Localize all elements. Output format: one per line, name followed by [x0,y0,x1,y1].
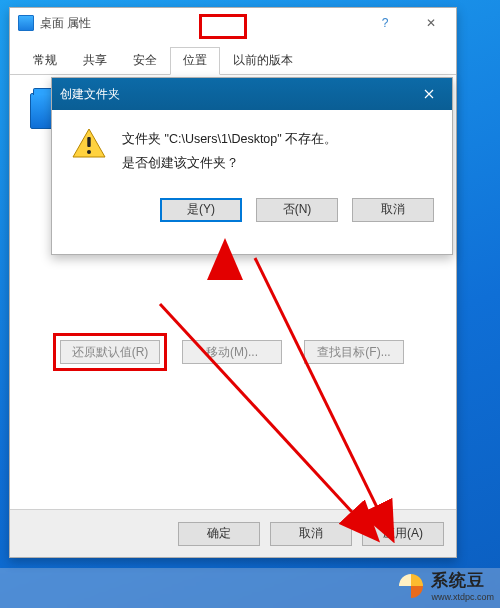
dialog-body: 文件夹 "C:\Users\1\Desktop" 不存在。 是否创建该文件夹？ [52,110,452,184]
dialog-button-row: 是(Y) 否(N) 取消 [52,184,452,238]
watermark-logo-icon [397,572,425,600]
properties-footer: 确定 取消 应用(A) [10,509,456,557]
dialog-title: 创建文件夹 [60,86,408,103]
watermark: 系统豆 www.xtdpc.com [397,569,494,602]
dialog-message: 文件夹 "C:\Users\1\Desktop" 不存在。 是否创建该文件夹？ [122,128,337,176]
close-button[interactable]: ✕ [408,8,454,38]
svg-rect-1 [87,137,90,147]
yes-button[interactable]: 是(Y) [160,198,242,222]
cancel-button[interactable]: 取消 [270,522,352,546]
ok-button[interactable]: 确定 [178,522,260,546]
watermark-text: 系统豆 [431,569,494,592]
dialog-close-button[interactable] [408,78,450,110]
folder-icon [18,15,34,31]
dialog-message-line2: 是否创建该文件夹？ [122,152,337,176]
tab-previous-versions[interactable]: 以前的版本 [220,47,306,75]
move-button[interactable]: 移动(M)... [182,340,282,364]
svg-point-2 [87,150,91,154]
window-title: 桌面 属性 [40,15,362,32]
tab-location[interactable]: 位置 [170,47,220,75]
apply-button[interactable]: 应用(A) [362,522,444,546]
tab-security[interactable]: 安全 [120,47,170,75]
create-folder-dialog: 创建文件夹 文件夹 "C:\Users\1\Desktop" 不存在。 是否创建… [51,77,453,255]
restore-default-button[interactable]: 还原默认值(R) [60,340,160,364]
help-button[interactable]: ? [362,8,408,38]
tab-general[interactable]: 常规 [20,47,70,75]
warning-icon [72,128,106,158]
dialog-cancel-button[interactable]: 取消 [352,198,434,222]
dialog-message-line1: 文件夹 "C:\Users\1\Desktop" 不存在。 [122,128,337,152]
no-button[interactable]: 否(N) [256,198,338,222]
tab-bar: 常规 共享 安全 位置 以前的版本 [10,38,456,75]
tab-sharing[interactable]: 共享 [70,47,120,75]
watermark-url: www.xtdpc.com [431,592,494,602]
dialog-titlebar[interactable]: 创建文件夹 [52,78,452,110]
titlebar[interactable]: 桌面 属性 ? ✕ [10,8,456,38]
find-target-button[interactable]: 查找目标(F)... [304,340,404,364]
